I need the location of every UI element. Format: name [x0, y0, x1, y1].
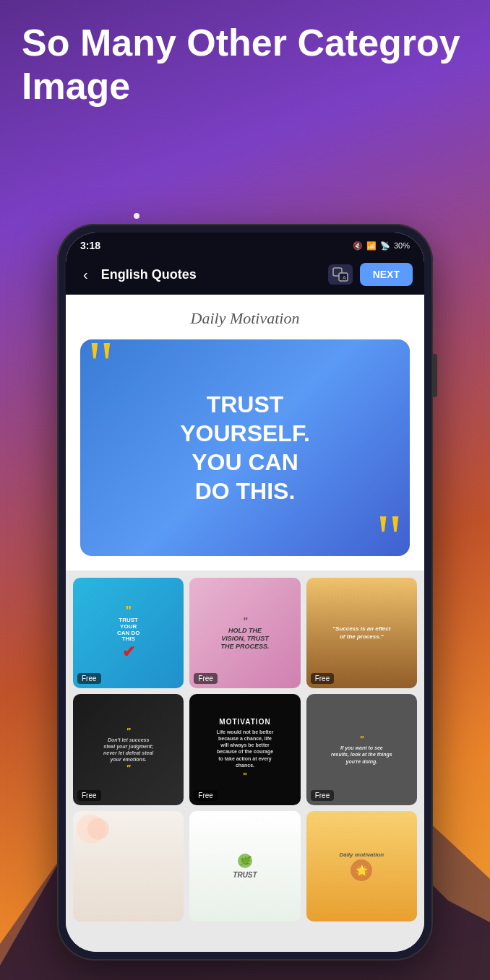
free-badge-6: Free	[311, 790, 335, 801]
thumbnail-6[interactable]: " If you want to seeresults, look at the…	[306, 694, 417, 805]
back-button[interactable]: ‹	[77, 264, 94, 286]
battery-text: 30%	[394, 241, 410, 250]
free-badge-4: Free	[77, 790, 101, 801]
thumbnail-8[interactable]: 🌿 TRUST	[189, 811, 300, 922]
quote-icon-1: "	[125, 604, 132, 617]
thumb-text-4: Don't let successsteal your judgment;nev…	[103, 737, 153, 763]
signal-icon: 📡	[380, 241, 390, 251]
quote-mark-open: "	[87, 332, 114, 397]
status-time: 3:18	[80, 240, 100, 251]
thumb-text-5: Life would not be betterbecause a chance…	[217, 729, 274, 768]
thumb-icon-9: 🌟	[351, 859, 372, 881]
hero-title-text: So Many Other Categroy Image	[22, 22, 460, 107]
leaf-icon: 🌿	[238, 854, 252, 868]
next-button[interactable]: NEXT	[360, 263, 413, 286]
free-badge-3: Free	[311, 673, 335, 684]
thumb-text-1: TRUSTYOURCAN DOTHIS	[117, 617, 140, 643]
app-bar-title: English Quotes	[101, 267, 321, 282]
thumb-text-2: HOLD THEVISION, TRUSTTHE PROCESS.	[220, 627, 269, 650]
quote-image[interactable]: " TRUSTYOURSELF.YOU CANDO THIS. "	[80, 339, 410, 556]
thumb-text-3: "Success is an effectof the process."	[332, 625, 390, 641]
wifi-icon: 📶	[366, 241, 377, 251]
quote-text: TRUSTYOURSELF.YOU CANDO THIS.	[180, 390, 310, 506]
mute-icon: 🔇	[353, 241, 363, 251]
thumb-label-9: Daily motivation	[339, 851, 384, 858]
thumbnail-grid: " TRUSTYOURCAN DOTHIS ✔ Free " HOLD THEV…	[66, 571, 424, 929]
thumbnail-9[interactable]: Daily motivation 🌟	[306, 811, 417, 922]
quote-icon-2: "	[243, 615, 248, 627]
featured-card: Daily Motivation " TRUSTYOURSELF.YOU CAN…	[66, 295, 424, 571]
free-badge-5: Free	[194, 790, 218, 801]
app-bar: ‹ English Quotes A NEXT	[66, 257, 424, 295]
thumb-text-8: TRUST	[233, 871, 257, 879]
hero-title: So Many Other Categroy Image	[22, 22, 468, 108]
quote-mark-close: "	[376, 506, 403, 571]
thumbnail-1[interactable]: " TRUSTYOURCAN DOTHIS ✔ Free	[73, 578, 184, 688]
thumb-title-5: MOTIVATION	[219, 718, 270, 726]
phone-mockup: 3:18 🔇 📶 📡 30% ‹ English Quotes A	[57, 224, 433, 961]
thumbnail-7[interactable]	[73, 811, 184, 922]
featured-label: Daily Motivation	[80, 309, 410, 328]
thumbnail-5[interactable]: MOTIVATION Life would not be betterbecau…	[189, 694, 300, 805]
thumbnail-3[interactable]: "Success is an effectof the process." Fr…	[306, 578, 417, 688]
free-badge-1: Free	[77, 673, 101, 684]
status-bar: 3:18 🔇 📶 📡 30%	[66, 233, 424, 257]
thumb-text-6: If you want to seeresults, look at the t…	[331, 745, 392, 764]
content-area[interactable]: Daily Motivation " TRUSTYOURSELF.YOU CAN…	[66, 295, 424, 952]
thumbnail-4[interactable]: " Don't let successsteal your judgment;n…	[73, 694, 184, 805]
quote-icon-5: "	[243, 771, 247, 781]
quote-close-4: "	[126, 763, 131, 773]
translate-icon[interactable]: A	[328, 264, 353, 285]
quote-icon-4: "	[126, 726, 131, 737]
checkmark-1: ✔	[122, 643, 135, 662]
quote-icon-6: "	[359, 734, 364, 745]
thumbnail-2[interactable]: " HOLD THEVISION, TRUSTTHE PROCESS. Free	[189, 578, 300, 688]
free-badge-2: Free	[194, 673, 218, 684]
svg-text:A: A	[343, 275, 346, 280]
status-icons: 🔇 📶 📡 30%	[353, 241, 410, 251]
decoration-dot	[134, 213, 139, 219]
